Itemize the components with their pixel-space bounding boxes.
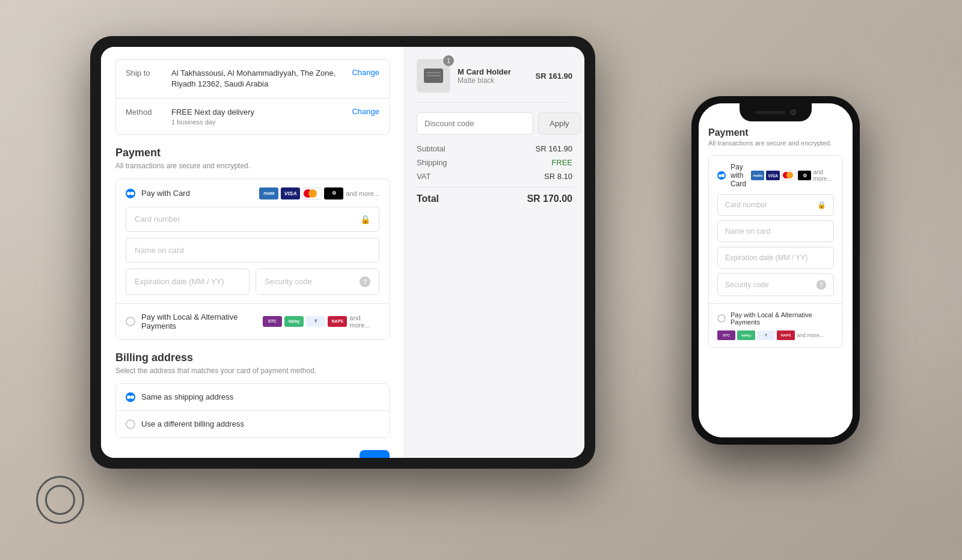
phone-visa-logo: VISA — [766, 171, 779, 180]
tabby-logo: tabby — [284, 316, 304, 327]
circle-logo-outer — [36, 476, 84, 524]
submit-button[interactable] — [360, 450, 390, 458]
card-more-text: and more... — [346, 190, 379, 197]
phone-card-logos: mada VISA ⚙ and more... — [751, 169, 839, 182]
billing-different-option[interactable]: Use a different billing address — [116, 411, 389, 437]
card-logos: mada VISA ⚙ and more... — [259, 187, 379, 199]
alt-payment-option[interactable]: Pay with Local & Alternative Payments ST… — [116, 304, 389, 339]
subtotal-line: Subtotal SR 161.90 — [417, 144, 572, 153]
mada-logo: mada — [259, 187, 278, 199]
card-radio[interactable] — [126, 189, 135, 198]
method-change-link[interactable]: Change — [352, 107, 379, 116]
billing-subtitle: Select the address that matches your car… — [115, 367, 390, 375]
phone-card-radio[interactable] — [717, 171, 726, 180]
vat-label: VAT — [417, 172, 430, 181]
alt-option-header: Pay with Local & Alternative Payments ST… — [126, 312, 379, 330]
tablet-left-panel: Ship to Al Takhassousi, Al Mohammadiyyah… — [101, 47, 404, 458]
total-label: Total — [417, 193, 439, 204]
method-note: 1 business day — [171, 118, 342, 126]
shipping-label: Shipping — [417, 158, 447, 167]
phone-name-field[interactable]: Name on card — [717, 221, 834, 242]
ship-to-row: Ship to Al Takhassousi, Al Mohammadiyyah… — [116, 59, 389, 99]
phone-alt-label: Pay with Local & Alternative Payments — [731, 311, 834, 326]
phone-security-placeholder: Security code — [725, 281, 769, 289]
billing-options: Same as shipping address Use a different… — [115, 383, 390, 438]
pay-with-card-option[interactable]: Pay with Card mada VISA ⚙ and — [116, 179, 389, 304]
payment-options: Pay with Card mada VISA ⚙ and — [115, 178, 390, 339]
phone-more-text: and more... — [813, 169, 839, 182]
phone-tabby-logo: tabby — [737, 330, 755, 340]
tablet-device: Ship to Al Takhassousi, Al Mohammadiyyah… — [90, 36, 595, 469]
visa-logo: VISA — [281, 187, 300, 199]
phone-lock-icon: 🔒 — [817, 201, 826, 209]
product-variant: Matte black — [458, 76, 511, 85]
product-price: SR 161.90 — [536, 72, 572, 81]
method-row: Method FREE Next day delivery 1 business… — [116, 99, 389, 133]
mastercard-logo — [302, 187, 322, 199]
ship-to-label: Ship to — [126, 68, 162, 78]
naps-logo: NAPS — [328, 316, 347, 327]
phone-stc-logo: STC — [717, 330, 735, 340]
total-line: Total SR 170.00 — [417, 193, 572, 204]
billing-same-option[interactable]: Same as shipping address — [116, 384, 389, 411]
vat-line: VAT SR 8.10 — [417, 172, 572, 181]
alt-more-text: and more... — [349, 314, 379, 329]
phone-card-label: Pay with Card — [731, 163, 746, 188]
phone-content: Payment All transactions are secure and … — [699, 103, 853, 437]
phone-card-number-placeholder: Card number — [725, 201, 767, 209]
tablet-footer: Return to shipping — [115, 450, 390, 458]
phone-card-number-field[interactable]: Card number 🔒 — [717, 194, 834, 216]
billing-title: Billing address — [115, 352, 390, 364]
expiry-field[interactable]: Expiration date (MM / YY) — [126, 269, 250, 295]
product-quantity-badge: 1 — [443, 55, 454, 66]
phone-expiry-placeholder: Expiration date (MM / YY) — [725, 254, 807, 262]
brand-logo — [36, 476, 84, 524]
tablet-right-panel: 1 M Card Holder Matte black SR 161.90 Ap… — [404, 47, 584, 458]
circle-logo-inner — [45, 485, 75, 515]
alt-option-label: Pay with Local & Alternative Payments — [141, 312, 257, 330]
phone-security-field[interactable]: Security code ? — [717, 273, 834, 296]
alt-logos: STC tabby T NAPS and more... — [263, 314, 379, 329]
security-help-icon[interactable]: ? — [360, 276, 370, 287]
discount-row: Apply — [417, 112, 572, 135]
phone-alt-option[interactable]: Pay with Local & Alternative Payments ST… — [709, 304, 842, 347]
ship-to-change-link[interactable]: Change — [352, 68, 379, 77]
summary-divider — [417, 187, 572, 187]
billing-same-radio[interactable] — [126, 392, 135, 402]
notch-camera — [790, 109, 796, 115]
phone-tamara-logo: T — [757, 330, 775, 340]
phone-notch — [740, 103, 812, 121]
discount-input[interactable] — [417, 112, 533, 135]
tablet-screen: Ship to Al Takhassousi, Al Mohammadiyyah… — [101, 47, 584, 458]
card-number-field[interactable]: Card number 🔒 — [126, 207, 379, 232]
product-item: 1 M Card Holder Matte black SR 161.90 — [417, 59, 572, 103]
billing-different-label: Use a different billing address — [141, 419, 244, 428]
method-label: Method — [126, 107, 162, 117]
applepay-logo: ⚙ — [324, 187, 343, 199]
alt-radio[interactable] — [126, 317, 135, 326]
shipping-value: FREE — [551, 158, 572, 167]
subtotal-label: Subtotal — [417, 144, 446, 153]
phone-help-icon[interactable]: ? — [816, 280, 826, 290]
phone-gear-logo: ⚙ — [798, 171, 811, 180]
name-placeholder: Name on card — [135, 246, 184, 255]
card-option-label: Pay with Card — [141, 189, 190, 198]
phone-device: Payment All transactions are secure and … — [691, 96, 860, 445]
expiry-placeholder: Expiration date (MM / YY) — [135, 277, 224, 286]
security-placeholder: Security code — [265, 277, 312, 286]
phone-card-option[interactable]: Pay with Card mada VISA ⚙ and — [709, 156, 842, 304]
vat-value: SR 8.10 — [544, 172, 572, 181]
apply-button[interactable]: Apply — [538, 112, 581, 135]
security-code-field[interactable]: Security code ? — [256, 269, 379, 295]
name-on-card-field[interactable]: Name on card — [126, 238, 379, 263]
phone-alt-more: and more... — [797, 332, 824, 338]
phone-naps-logo: NAPS — [777, 330, 795, 340]
product-image: 1 — [417, 59, 450, 93]
phone-alt-logos: STC tabby T NAPS and more... — [717, 330, 834, 340]
phone-mada-logo: mada — [751, 171, 764, 180]
phone-expiry-field[interactable]: Expiration date (MM / YY) — [717, 247, 834, 269]
billing-different-radio[interactable] — [126, 419, 135, 429]
billing-same-label: Same as shipping address — [141, 392, 233, 401]
phone-alt-radio[interactable] — [717, 314, 726, 323]
card-number-placeholder: Card number — [135, 215, 180, 224]
